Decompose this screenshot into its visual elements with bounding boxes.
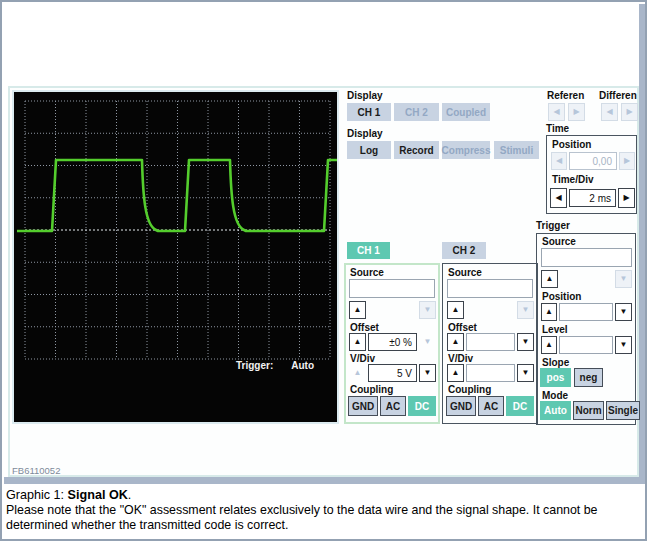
down-arrow-icon xyxy=(620,308,628,316)
tab-ch2[interactable]: CH 2 xyxy=(442,242,486,259)
ch1-coupling-dc-button[interactable]: DC xyxy=(408,396,436,416)
ch2-offset-up-button[interactable] xyxy=(447,333,464,351)
ch1-source-down-button[interactable] xyxy=(419,301,436,319)
trigger-position-field[interactable] xyxy=(559,303,613,321)
caption-title-prefix: Graphic 1: xyxy=(6,488,68,502)
ch1-offset-down-button[interactable] xyxy=(419,333,436,351)
caption-title: Graphic 1: Signal OK. xyxy=(6,488,131,502)
differen-next-button[interactable] xyxy=(621,103,638,121)
up-arrow-icon xyxy=(354,338,362,346)
slope-pos-button[interactable]: pos xyxy=(540,368,571,387)
down-arrow-icon xyxy=(522,369,530,377)
time-position-increase-button[interactable] xyxy=(619,152,635,170)
display-ch1-button[interactable]: CH 1 xyxy=(347,103,391,121)
ch2-coupling-label: Coupling xyxy=(448,384,491,395)
window-right-edge xyxy=(639,4,647,482)
trigger-level-up-button[interactable] xyxy=(541,336,557,354)
ch1-vdiv-label: V/Div xyxy=(350,353,375,364)
ch2-coupling-gnd-button[interactable]: GND xyxy=(446,396,476,416)
trigger-source-field[interactable] xyxy=(541,248,632,267)
caption-title-bold: Signal OK xyxy=(68,488,128,502)
left-arrow-icon xyxy=(553,108,559,116)
ch2-source-field[interactable] xyxy=(447,279,533,298)
tab-ch1[interactable]: CH 1 xyxy=(347,242,390,259)
trigger-mode-label: Mode xyxy=(542,390,568,401)
timediv-field[interactable]: 2 ms xyxy=(569,189,616,207)
trigger-position-up-button[interactable] xyxy=(541,303,557,321)
ch1-vdiv-down-button[interactable] xyxy=(419,364,436,382)
mode-norm-button[interactable]: Norm xyxy=(573,401,604,420)
time-position-field[interactable]: 0,00 xyxy=(569,152,617,170)
figure-code: FB6110052 xyxy=(12,465,60,476)
down-arrow-icon xyxy=(620,275,628,283)
timediv-decrease-button[interactable] xyxy=(550,188,567,208)
ch1-vdiv-field[interactable]: 5 V xyxy=(368,364,417,382)
caption-title-suffix: . xyxy=(128,488,132,502)
differen-prev-button[interactable] xyxy=(601,103,618,121)
trigger-level-field[interactable] xyxy=(559,336,613,354)
ch1-coupling-label: Coupling xyxy=(350,384,393,395)
display-stimuli-button[interactable]: Stimuli xyxy=(494,141,539,159)
up-arrow-icon xyxy=(546,275,554,283)
referen-next-button[interactable] xyxy=(568,103,585,121)
ch1-coupling-ac-button[interactable]: AC xyxy=(380,396,406,416)
ch1-source-up-button[interactable] xyxy=(349,301,366,319)
ch1-coupling-gnd-button[interactable]: GND xyxy=(348,396,378,416)
up-arrow-icon xyxy=(452,369,460,377)
time-group-label: Time xyxy=(546,123,569,134)
ch1-source-label: Source xyxy=(350,267,384,278)
ch2-source-down-button[interactable] xyxy=(517,301,534,319)
ch2-offset-label: Offset xyxy=(448,322,477,333)
ch1-vdiv-up-button[interactable] xyxy=(349,364,366,382)
ch2-offset-field[interactable] xyxy=(466,333,515,351)
trigger-source-up-button[interactable] xyxy=(541,270,558,288)
up-arrow-icon xyxy=(354,306,362,314)
ch2-offset-down-button[interactable] xyxy=(517,333,534,351)
right-arrow-icon xyxy=(573,108,579,116)
timediv-increase-button[interactable] xyxy=(618,188,635,208)
ch2-source-label: Source xyxy=(448,267,482,278)
trigger-readout-value: Auto xyxy=(291,360,314,371)
ch2-vdiv-up-button[interactable] xyxy=(447,364,464,382)
display-compress-button[interactable]: Compress xyxy=(442,141,490,159)
trigger-level-down-button[interactable] xyxy=(615,336,632,354)
trigger-position-label: Position xyxy=(542,291,581,302)
scope-display: Trigger: Auto xyxy=(12,90,339,424)
trigger-source-label: Source xyxy=(542,236,576,247)
down-arrow-icon xyxy=(424,338,432,346)
ch1-offset-up-button[interactable] xyxy=(349,333,366,351)
display-coupled-button[interactable]: Coupled xyxy=(442,103,490,121)
time-position-label: Position xyxy=(552,139,591,150)
up-arrow-icon xyxy=(545,341,553,349)
referen-prev-button[interactable] xyxy=(548,103,565,121)
ch2-coupling-dc-button[interactable]: DC xyxy=(506,396,534,416)
ch2-vdiv-down-button[interactable] xyxy=(517,364,534,382)
ch1-offset-field[interactable]: ±0 % xyxy=(368,333,417,351)
caption-body-line1: Please note that the "OK" assessment rel… xyxy=(6,503,598,517)
display-modes-label: Display xyxy=(347,128,383,139)
timediv-label: Time/Div xyxy=(552,174,594,185)
ch1-source-field[interactable] xyxy=(349,279,435,298)
display-log-button[interactable]: Log xyxy=(347,141,391,159)
ch2-source-up-button[interactable] xyxy=(447,301,464,319)
differen-label: Differen xyxy=(599,90,637,101)
up-arrow-icon xyxy=(545,308,553,316)
trigger-position-down-button[interactable] xyxy=(615,303,632,321)
slope-neg-button[interactable]: neg xyxy=(574,368,603,387)
mode-single-button[interactable]: Single xyxy=(606,401,640,420)
referen-label: Referen xyxy=(547,90,584,101)
up-arrow-icon xyxy=(452,306,460,314)
caption-body-line2: determined whether the transmitted code … xyxy=(6,518,288,532)
trigger-readout-label: Trigger: xyxy=(236,360,273,371)
ch2-vdiv-field[interactable] xyxy=(466,364,515,382)
left-arrow-icon xyxy=(606,108,612,116)
time-position-decrease-button[interactable] xyxy=(551,152,567,170)
trigger-slope-label: Slope xyxy=(542,357,569,368)
mode-auto-button[interactable]: Auto xyxy=(540,401,571,420)
left-arrow-icon xyxy=(555,194,561,202)
display-ch2-button[interactable]: CH 2 xyxy=(394,103,439,121)
display-record-button[interactable]: Record xyxy=(394,141,439,159)
down-arrow-icon xyxy=(620,341,628,349)
trigger-source-down-button[interactable] xyxy=(615,270,632,288)
ch2-coupling-ac-button[interactable]: AC xyxy=(478,396,504,416)
